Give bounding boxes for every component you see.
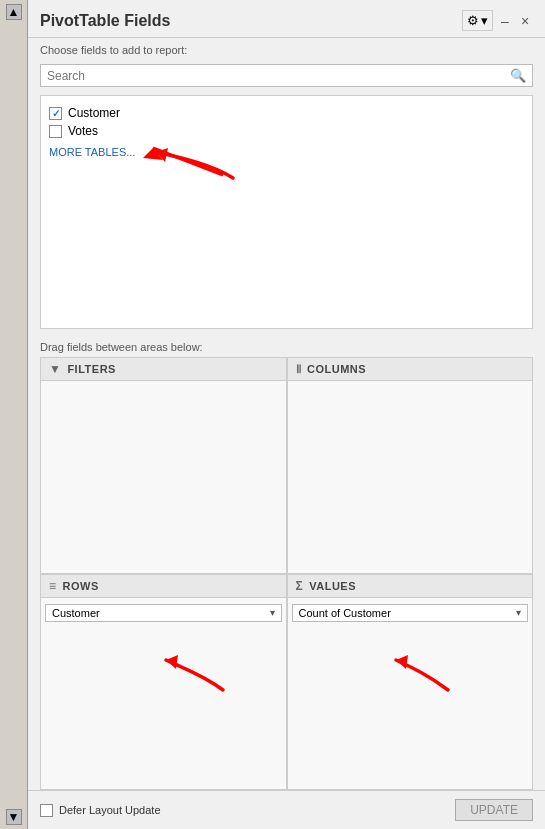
search-input[interactable] <box>47 69 510 83</box>
values-header: Σ VALUES <box>288 575 533 598</box>
filters-header: ▼ FILTERS <box>41 358 286 381</box>
filter-icon: ▼ <box>49 362 61 376</box>
scroll-up-arrow[interactable]: ▲ <box>6 4 22 20</box>
values-count-text: Count of Customer <box>299 607 391 619</box>
drag-label: Drag fields between areas below: <box>28 333 545 357</box>
columns-content[interactable] <box>288 381 533 572</box>
update-button[interactable]: UPDATE <box>455 799 533 821</box>
bottom-bar: Defer Layout Update UPDATE <box>28 790 545 829</box>
panel-header: PivotTable Fields ⚙ ▾ – × <box>28 0 545 38</box>
filters-zone[interactable]: ▼ FILTERS <box>40 357 287 573</box>
defer-checkbox[interactable] <box>40 804 53 817</box>
panel-wrapper: PivotTable Fields ⚙ ▾ – × Choose fields … <box>28 0 545 829</box>
columns-icon: ⫴ <box>296 362 302 376</box>
more-tables-link[interactable]: MORE TABLES... <box>49 146 524 158</box>
rows-customer-chip[interactable]: Customer ▾ <box>45 604 282 622</box>
columns-header: ⫴ COLUMNS <box>288 358 533 381</box>
panel-title: PivotTable Fields <box>40 12 170 30</box>
search-bar: 🔍 <box>40 64 533 87</box>
gear-dropdown-icon: ▾ <box>481 13 488 28</box>
rows-customer-text: Customer <box>52 607 100 619</box>
search-icon: 🔍 <box>510 68 526 83</box>
columns-label: COLUMNS <box>307 363 366 375</box>
rows-content[interactable]: Customer ▾ <box>41 598 286 789</box>
field-item-votes: Votes <box>49 122 524 140</box>
votes-checkbox[interactable] <box>49 125 62 138</box>
defer-container: Defer Layout Update <box>40 804 161 817</box>
rows-zone[interactable]: ≡ ROWS Customer ▾ <box>40 574 287 790</box>
values-icon: Σ <box>296 579 304 593</box>
values-label: VALUES <box>309 580 356 592</box>
pin-button[interactable]: – <box>497 13 513 29</box>
fields-list: Customer Votes MORE TABLES... <box>40 95 533 329</box>
values-content[interactable]: Count of Customer ▾ <box>288 598 533 789</box>
close-button[interactable]: × <box>517 13 533 29</box>
field-item-customer: Customer <box>49 104 524 122</box>
rows-label: ROWS <box>63 580 99 592</box>
values-zone[interactable]: Σ VALUES Count of Customer ▾ <box>287 574 534 790</box>
drop-zones: ▼ FILTERS ⫴ COLUMNS ≡ ROWS <box>40 357 533 790</box>
values-dropdown-icon: ▾ <box>516 607 521 618</box>
scroll-down-arrow[interactable]: ▼ <box>6 809 22 825</box>
filters-content[interactable] <box>41 381 286 572</box>
values-count-chip[interactable]: Count of Customer ▾ <box>292 604 529 622</box>
filters-label: FILTERS <box>67 363 116 375</box>
rows-dropdown-icon: ▾ <box>270 607 275 618</box>
rows-icon: ≡ <box>49 579 57 593</box>
customer-checkbox[interactable] <box>49 107 62 120</box>
defer-label: Defer Layout Update <box>59 804 161 816</box>
choose-label: Choose fields to add to report: <box>28 38 545 60</box>
rows-header: ≡ ROWS <box>41 575 286 598</box>
header-controls: ⚙ ▾ – × <box>462 10 533 31</box>
columns-zone[interactable]: ⫴ COLUMNS <box>287 357 534 573</box>
votes-label: Votes <box>68 124 98 138</box>
customer-label: Customer <box>68 106 120 120</box>
gear-icon: ⚙ <box>467 13 479 28</box>
left-bar: ▲ ▼ <box>0 0 28 829</box>
pivot-panel: PivotTable Fields ⚙ ▾ – × Choose fields … <box>28 0 545 829</box>
gear-button[interactable]: ⚙ ▾ <box>462 10 493 31</box>
